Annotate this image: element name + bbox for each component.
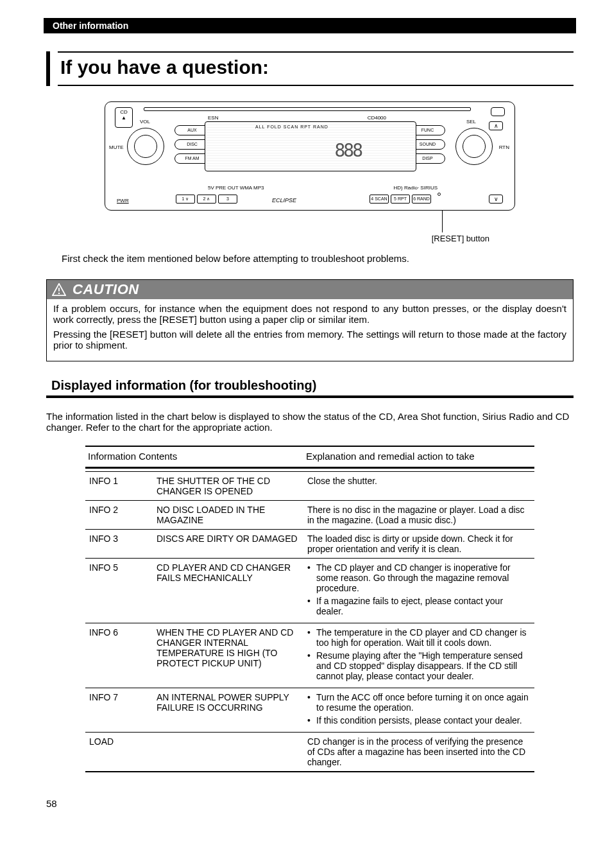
info-action: The temperature in the CD player and CD …: [303, 623, 534, 688]
mute-label: MUTE: [109, 144, 124, 150]
info-action-bullet: Turn the ACC off once before turning it …: [316, 692, 531, 713]
preset-4: 4 SCAN: [370, 195, 389, 204]
info-code: INFO 6: [85, 623, 153, 688]
leader-line: [442, 211, 443, 232]
section-header-text: Other information: [53, 21, 128, 31]
vol-label: VOL: [140, 119, 150, 125]
info-description: NO DISC LOADED IN THE MAGAZINE: [153, 501, 303, 530]
info-action-bullet: The temperature in the CD player and CD …: [316, 627, 531, 648]
info-description: CD PLAYER AND CD CHANGER FAILS MECHANICA…: [153, 559, 303, 623]
section-heading: Displayed information (for troubleshooti…: [51, 378, 574, 393]
info-action: Close the shutter.: [303, 472, 534, 501]
info-action-bullet: Resume playing after the "High temperatu…: [316, 650, 531, 681]
table-row: LOADCD changer is in the process of veri…: [85, 733, 534, 772]
eclipse-logo: ECLIPSE: [272, 197, 296, 204]
caution-header: CAUTION: [47, 280, 573, 299]
page-number: 58: [46, 798, 574, 809]
info-action-bullet: If this condition persists, please conta…: [316, 715, 531, 725]
info-action-bullet: The CD player and CD changer is inoperat…: [316, 562, 531, 593]
section-intro: The information listed in the chart belo…: [46, 411, 574, 433]
th-explanation: Explanation and remedial action to take: [303, 446, 534, 468]
reset-hole: [438, 193, 441, 196]
lcd-display: ALL FOLD SCAN RPT RAND 888: [205, 121, 416, 171]
lcd-indicators: ALL FOLD SCAN RPT RAND: [255, 125, 328, 129]
table-row: INFO 7AN INTERNAL POWER SUPPLY FAILURE I…: [85, 688, 534, 733]
table-row: INFO 5CD PLAYER AND CD CHANGER FAILS MEC…: [85, 559, 534, 623]
intro-text: First check the item mentioned below bef…: [62, 253, 574, 264]
page-title: If you have a question:: [60, 56, 571, 78]
select-knob: [455, 128, 493, 165]
caution-body: If a problem occurs, for instance when t…: [47, 299, 573, 361]
device-diagram: CD▲ ESN CD4000 VOL MUTE SEL RTN AUX DISC…: [105, 101, 515, 241]
caution-p1: If a problem occurs, for instance when t…: [53, 303, 566, 325]
pwr-label: PWR: [117, 198, 129, 204]
preset-buttons-left: 1 ∨ 2 ∧ 3: [176, 195, 237, 204]
cd-eject-button: CD▲: [115, 107, 133, 128]
info-action: There is no disc in the magazine or play…: [303, 501, 534, 530]
table-row: INFO 1THE SHUTTER OF THE CD CHANGER IS O…: [85, 472, 534, 501]
lcd-segments: 888: [334, 140, 361, 161]
table-row: INFO 3DISCS ARE DIRTY OR DAMAGEDThe load…: [85, 530, 534, 559]
warning-icon: [52, 283, 66, 296]
table-row: INFO 2NO DISC LOADED IN THE MAGAZINETher…: [85, 501, 534, 530]
volume-knob: [127, 128, 164, 165]
sel-label: SEL: [466, 119, 476, 125]
preset-buttons-right: 4 SCAN 5 RPT 6 RAND: [370, 195, 431, 204]
section-rule: [46, 395, 574, 398]
caution-p2: Pressing the [RESET] button will delete …: [53, 329, 566, 351]
rtn-label: RTN: [499, 144, 509, 150]
info-description: DISCS ARE DIRTY OR DAMAGED: [153, 530, 303, 559]
info-table: Information Contents Explanation and rem…: [85, 446, 534, 772]
caution-box: CAUTION If a problem occurs, for instanc…: [46, 279, 574, 361]
caution-heading: CAUTION: [72, 281, 139, 298]
table-row: INFO 6WHEN THE CD PLAYER AND CD CHANGER …: [85, 623, 534, 688]
info-action-bullet: If a magazine fails to eject, please con…: [316, 596, 531, 616]
info-action: CD changer is in the process of verifyin…: [303, 733, 534, 772]
info-action: Turn the ACC off once before turning it …: [303, 688, 534, 733]
info-code: INFO 2: [85, 501, 153, 530]
info-description: THE SHUTTER OF THE CD CHANGER IS OPENED: [153, 472, 303, 501]
device-face: CD▲ ESN CD4000 VOL MUTE SEL RTN AUX DISC…: [105, 101, 515, 211]
section-header-bar: Other information: [44, 18, 576, 33]
up-button: ∧: [489, 121, 503, 130]
th-info-contents: Information Contents: [85, 446, 303, 468]
preset-2: 2 ∧: [197, 195, 216, 204]
info-description: [153, 733, 303, 772]
info-code: INFO 1: [85, 472, 153, 501]
svg-point-1: [58, 293, 60, 294]
model-label: CD4000: [368, 115, 386, 121]
preset-1: 1 ∨: [176, 195, 195, 204]
preset-3: 3: [218, 195, 237, 204]
info-action: The loaded disc is dirty or upside down.…: [303, 530, 534, 559]
cd-slot: [144, 107, 471, 111]
info-code: INFO 5: [85, 559, 153, 623]
info-description: AN INTERNAL POWER SUPPLY FAILURE IS OCCU…: [153, 688, 303, 733]
info-description: WHEN THE CD PLAYER AND CD CHANGER INTERN…: [153, 623, 303, 688]
info-code: INFO 3: [85, 530, 153, 559]
top-right-button: [491, 107, 505, 116]
preset-6: 6 RAND: [412, 195, 431, 204]
info-code: INFO 7: [85, 688, 153, 733]
preset-5: 5 RPT: [391, 195, 410, 204]
info-action: The CD player and CD changer is inoperat…: [303, 559, 534, 623]
reset-label: [RESET] button: [432, 234, 489, 243]
info-code: LOAD: [85, 733, 153, 772]
reset-callout: [RESET] button: [105, 211, 515, 241]
esn-label: ESN: [208, 115, 218, 121]
page-title-block: If you have a question:: [46, 51, 574, 86]
